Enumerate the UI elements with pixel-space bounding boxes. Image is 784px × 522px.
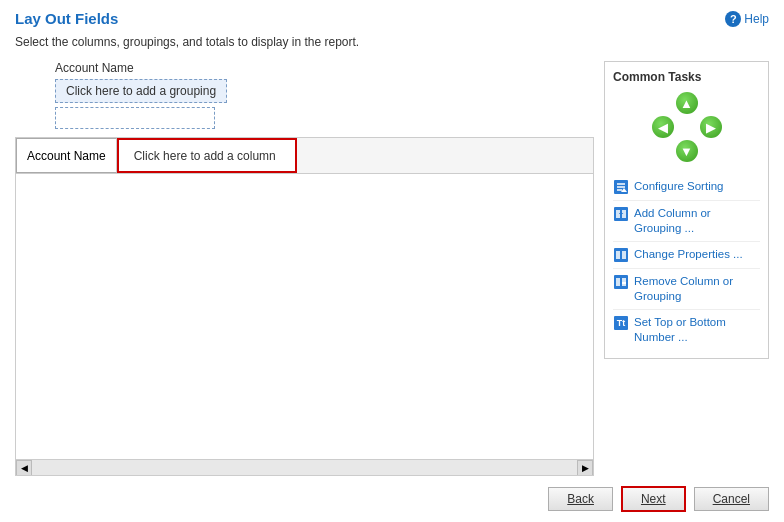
configure-sorting-label: Configure Sorting bbox=[634, 179, 724, 194]
svg-rect-10 bbox=[616, 251, 620, 259]
add-column-grouping-icon: + bbox=[613, 206, 629, 222]
help-label: Help bbox=[744, 12, 769, 26]
remove-column-grouping-icon bbox=[613, 274, 629, 290]
help-link[interactable]: ? Help bbox=[725, 11, 769, 27]
cancel-button[interactable]: Cancel bbox=[694, 487, 769, 511]
common-tasks-panel: Common Tasks ▲ ◀ ▶ ▼ bbox=[604, 61, 769, 359]
help-icon: ? bbox=[725, 11, 741, 27]
arrow-right-button[interactable]: ▶ bbox=[700, 116, 722, 138]
page-title: Lay Out Fields bbox=[15, 10, 118, 27]
nav-arrows: ▲ ◀ ▶ ▼ bbox=[652, 92, 722, 162]
svg-rect-11 bbox=[622, 251, 626, 259]
task-set-top-bottom[interactable]: Tt Set Top or Bottom Number ... bbox=[613, 310, 760, 350]
remove-column-grouping-label: Remove Column or Grouping bbox=[634, 274, 760, 304]
change-properties-label: Change Properties ... bbox=[634, 247, 743, 262]
columns-area: Account Name Click here to add a column … bbox=[15, 137, 594, 476]
account-name-column[interactable]: Account Name bbox=[16, 138, 117, 173]
add-grouping-button[interactable]: Click here to add a grouping bbox=[55, 79, 227, 103]
change-properties-icon bbox=[613, 247, 629, 263]
add-column-button[interactable]: Click here to add a column bbox=[117, 138, 297, 173]
svg-text:+: + bbox=[619, 209, 624, 218]
footer: Back Next Cancel bbox=[15, 476, 769, 512]
page-description: Select the columns, groupings, and total… bbox=[15, 35, 769, 49]
arrow-up-button[interactable]: ▲ bbox=[676, 92, 698, 114]
arrow-down-button[interactable]: ▼ bbox=[676, 140, 698, 162]
common-tasks-title: Common Tasks bbox=[613, 70, 760, 84]
arrow-placeholder-center bbox=[676, 116, 698, 138]
scroll-right-arrow[interactable]: ▶ bbox=[577, 460, 593, 476]
arrow-placeholder-tl bbox=[652, 92, 674, 114]
arrow-placeholder-bl bbox=[652, 140, 674, 162]
add-column-grouping-label: Add Column or Grouping ... bbox=[634, 206, 760, 236]
task-configure-sorting[interactable]: Configure Sorting bbox=[613, 174, 760, 201]
scroll-track[interactable] bbox=[32, 460, 577, 475]
set-top-bottom-label: Set Top or Bottom Number ... bbox=[634, 315, 760, 345]
svg-rect-13 bbox=[616, 278, 620, 286]
task-change-properties[interactable]: Change Properties ... bbox=[613, 242, 760, 269]
grouping-empty-slot bbox=[55, 107, 215, 129]
columns-body bbox=[16, 174, 593, 474]
arrow-placeholder-tr bbox=[700, 92, 722, 114]
horizontal-scrollbar[interactable]: ◀ ▶ bbox=[16, 459, 593, 475]
scroll-left-arrow[interactable]: ◀ bbox=[16, 460, 32, 476]
svg-text:Tt: Tt bbox=[617, 318, 626, 328]
arrow-placeholder-br bbox=[700, 140, 722, 162]
columns-header: Account Name Click here to add a column bbox=[16, 138, 593, 174]
back-button[interactable]: Back bbox=[548, 487, 613, 511]
task-add-column-grouping[interactable]: + Add Column or Grouping ... bbox=[613, 201, 760, 242]
next-button[interactable]: Next bbox=[621, 486, 686, 512]
arrow-left-button[interactable]: ◀ bbox=[652, 116, 674, 138]
configure-sorting-icon bbox=[613, 179, 629, 195]
task-remove-column-grouping[interactable]: Remove Column or Grouping bbox=[613, 269, 760, 310]
set-top-bottom-icon: Tt bbox=[613, 315, 629, 331]
grouping-label: Account Name bbox=[55, 61, 594, 75]
